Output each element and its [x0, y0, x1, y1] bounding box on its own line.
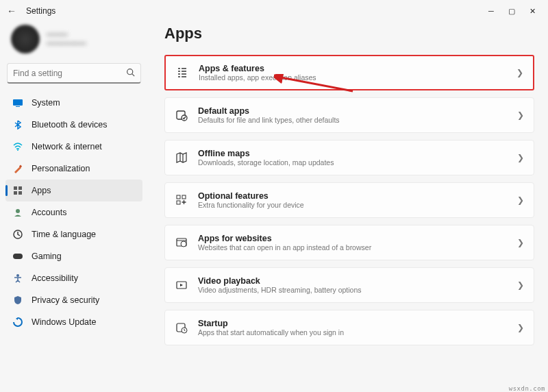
maximize-button[interactable]: ▢ — [501, 1, 522, 21]
chevron-right-icon: ❯ — [516, 68, 523, 77]
svg-rect-3 — [16, 106, 20, 107]
sidebar-item-time[interactable]: Time & language — [5, 223, 142, 245]
card-desc: Apps that start automatically when you s… — [198, 328, 508, 336]
sidebar-item-personalization[interactable]: Personalization — [5, 158, 142, 180]
sidebar-item-apps[interactable]: Apps — [5, 180, 142, 201]
chevron-right-icon: ❯ — [517, 195, 524, 205]
back-button[interactable]: ← — [5, 5, 18, 16]
sidebar-item-bluetooth[interactable]: Bluetooth & devices — [5, 114, 142, 136]
card-desc: Installed apps, app execution aliases — [199, 73, 507, 82]
svg-rect-17 — [177, 195, 180, 199]
card-desc: Video adjustments, HDR streaming, batter… — [198, 286, 508, 294]
sidebar-item-update[interactable]: Windows Update — [5, 311, 142, 333]
card-apps-websites[interactable]: Apps for websitesWebsites that can open … — [164, 225, 534, 260]
network-icon — [12, 141, 23, 152]
gaming-icon — [12, 251, 23, 262]
card-startup[interactable]: StartupApps that start automatically whe… — [164, 310, 534, 345]
account-email: ••••••••••••••• — [47, 39, 86, 48]
svg-rect-18 — [182, 195, 186, 199]
default-apps-icon — [175, 108, 188, 122]
card-offline-maps[interactable]: Offline mapsDownloads, storage location,… — [164, 140, 534, 175]
search-icon — [126, 68, 135, 79]
update-icon — [12, 317, 23, 328]
personalization-icon — [12, 163, 23, 174]
sidebar-item-accessibility[interactable]: Accessibility — [5, 267, 142, 289]
card-title: Apps for websites — [198, 234, 508, 243]
card-desc: Defaults for file and link types, other … — [198, 116, 508, 124]
account-block[interactable]: •••••••• ••••••••••••••• — [5, 22, 142, 63]
sidebar-item-label: Privacy & security — [32, 295, 99, 305]
card-video-playback[interactable]: Video playbackVideo adjustments, HDR str… — [164, 267, 534, 303]
sidebar-item-label: System — [32, 98, 60, 108]
sidebar-item-gaming[interactable]: Gaming — [5, 245, 142, 267]
svg-line-1 — [132, 73, 134, 75]
card-title: Offline maps — [198, 149, 508, 158]
sidebar-item-accounts[interactable]: Accounts — [5, 201, 142, 223]
apps-websites-icon — [175, 236, 188, 249]
sidebar-item-privacy[interactable]: Privacy & security — [5, 289, 142, 311]
svg-marker-14 — [16, 317, 18, 320]
chevron-right-icon: ❯ — [517, 323, 524, 332]
video-playback-icon — [175, 278, 188, 292]
main-panel: Apps Apps & featuresInstalled apps, app … — [148, 22, 548, 382]
close-button[interactable]: ✕ — [522, 1, 543, 21]
svg-rect-7 — [18, 186, 22, 190]
titlebar: ← Settings ─ ▢ ✕ — [0, 0, 548, 22]
time-icon — [12, 229, 23, 240]
svg-point-10 — [16, 209, 20, 213]
startup-icon — [175, 321, 188, 334]
svg-point-4 — [17, 149, 18, 151]
sidebar-item-label: Network & internet — [32, 142, 102, 151]
card-default-apps[interactable]: Default appsDefaults for file and link t… — [164, 97, 534, 133]
svg-point-22 — [181, 241, 186, 247]
apps-icon — [12, 185, 23, 196]
offline-maps-icon — [175, 151, 188, 164]
card-title: Video playback — [198, 276, 508, 286]
minimize-button[interactable]: ─ — [481, 1, 501, 21]
card-apps-features[interactable]: Apps & featuresInstalled apps, app execu… — [164, 55, 534, 90]
svg-marker-24 — [180, 284, 183, 286]
svg-rect-8 — [14, 191, 17, 195]
bluetooth-icon — [12, 119, 23, 130]
apps-features-icon — [175, 66, 189, 79]
card-desc: Downloads, storage location, map updates — [198, 158, 508, 167]
card-optional-features[interactable]: Optional featuresExtra functionality for… — [164, 182, 534, 218]
watermark: wsxdn.com — [509, 385, 545, 392]
sidebar-item-label: Accounts — [32, 208, 66, 217]
sidebar-item-system[interactable]: System — [5, 92, 142, 114]
card-title: Startup — [198, 319, 508, 328]
card-desc: Extra functionality for your device — [198, 201, 508, 209]
svg-rect-6 — [14, 186, 17, 190]
svg-rect-9 — [18, 191, 22, 195]
search-input[interactable] — [13, 69, 126, 78]
chevron-right-icon: ❯ — [517, 238, 524, 247]
accessibility-icon — [12, 273, 23, 284]
sidebar-item-label: Accessibility — [32, 273, 78, 283]
card-title: Optional features — [198, 191, 508, 201]
window-title: Settings — [26, 6, 55, 16]
svg-point-0 — [127, 69, 133, 74]
card-title: Apps & features — [199, 64, 507, 73]
chevron-right-icon: ❯ — [517, 110, 524, 120]
sidebar-item-label: Apps — [32, 186, 51, 195]
chevron-right-icon: ❯ — [517, 280, 524, 290]
privacy-icon — [12, 295, 23, 306]
sidebar-item-network[interactable]: Network & internet — [5, 136, 142, 158]
sidebar: •••••••• ••••••••••••••• SystemBluetooth… — [0, 22, 148, 382]
sidebar-item-label: Bluetooth & devices — [32, 120, 108, 130]
sidebar-item-label: Time & language — [32, 230, 96, 239]
system-icon — [12, 97, 23, 108]
card-title: Default apps — [198, 106, 508, 116]
sidebar-item-label: Windows Update — [32, 317, 97, 327]
card-desc: Websites that can open in an app instead… — [198, 243, 508, 252]
search-input-wrapper[interactable] — [7, 63, 141, 84]
svg-rect-19 — [177, 201, 180, 204]
svg-rect-12 — [13, 254, 23, 259]
chevron-right-icon: ❯ — [517, 153, 524, 162]
accounts-icon — [12, 207, 23, 218]
sidebar-item-label: Personalization — [32, 164, 90, 173]
svg-rect-2 — [13, 99, 23, 106]
avatar — [11, 25, 40, 53]
svg-point-13 — [16, 274, 19, 277]
page-title: Apps — [164, 25, 534, 42]
